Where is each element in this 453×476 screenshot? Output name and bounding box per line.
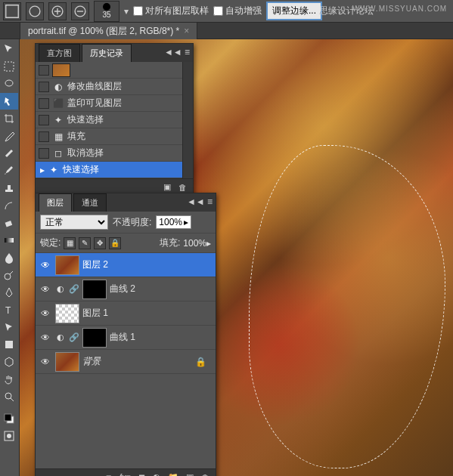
history-item[interactable]: ⬛盖印可见图层 (36, 95, 182, 112)
eyedropper-tool-icon[interactable] (0, 128, 18, 144)
history-scrollbar[interactable] (182, 62, 193, 178)
stamp-tool-icon[interactable] (0, 180, 18, 196)
layer-mask-thumb[interactable] (82, 328, 107, 348)
quick-select-add-icon[interactable] (48, 2, 67, 20)
fill-input[interactable]: 100%▸ (183, 238, 211, 249)
layer-row[interactable]: 👁 ◐ 🔗 曲线 1 (36, 326, 216, 350)
lasso-tool-icon[interactable] (0, 76, 18, 92)
new-snapshot-icon[interactable]: ▣ (163, 182, 171, 192)
layer-name: 图层 1 (82, 307, 108, 320)
blend-mode-select[interactable]: 正常 (40, 215, 108, 230)
gradient-tool-icon[interactable] (0, 232, 18, 249)
fill-label: 填充: (160, 236, 180, 249)
lock-pixels-icon[interactable]: ✎ (79, 237, 91, 249)
history-item-selected[interactable]: ▸✦快速选择 (36, 162, 182, 178)
type-tool-icon[interactable]: T (0, 301, 18, 318)
svg-rect-5 (5, 190, 13, 192)
brush-tool-icon[interactable] (0, 162, 18, 179)
layer-row[interactable]: 👁 背景 🔒 (36, 350, 216, 374)
svg-point-16 (7, 434, 11, 438)
close-icon[interactable]: × (184, 26, 189, 36)
mask-icon[interactable]: ◼ (138, 472, 145, 476)
move-tool-icon[interactable] (0, 41, 18, 57)
pen-tool-icon[interactable] (0, 284, 18, 301)
layers-options-row: 正常 不透明度: 100%▸ (36, 212, 216, 233)
fx-icon[interactable]: fx▾ (119, 472, 131, 476)
adjustment-layer-icon[interactable]: ◐ (153, 472, 160, 476)
delete-icon[interactable]: 🗑 (178, 183, 187, 192)
auto-enhance-checkbox[interactable]: 自动增强 (213, 5, 262, 17)
new-layer-icon[interactable]: ▣ (186, 472, 194, 476)
history-item[interactable]: ◻取消选择 (36, 145, 182, 162)
visibility-icon[interactable]: 👁 (39, 258, 52, 272)
history-panel-tabs: 直方图 历史记录 ◄◄ ≡ (36, 44, 193, 62)
layer-row-selected[interactable]: 👁 图层 2 (36, 253, 216, 277)
healing-brush-tool-icon[interactable] (0, 145, 18, 162)
dodge-tool-icon[interactable] (0, 267, 18, 283)
layers-lock-row: 锁定: ▦ ✎ ✥ 🔒 填充: 100%▸ (36, 233, 216, 253)
path-select-tool-icon[interactable] (0, 319, 18, 335)
zoom-tool-icon[interactable] (0, 388, 18, 405)
refine-edge-button[interactable]: 调整边缘... (266, 2, 322, 20)
tab-channels[interactable]: 通道 (73, 193, 107, 212)
visibility-icon[interactable]: 👁 (39, 331, 52, 345)
marquee-tool-icon[interactable] (0, 58, 18, 75)
history-snapshot-row[interactable] (36, 62, 182, 79)
history-list: ◐修改曲线图层 ⬛盖印可见图层 ✦快速选择 ▦填充 ◻取消选择 ▸✦快速选择 (36, 62, 182, 178)
blur-tool-icon[interactable] (0, 249, 18, 266)
lock-position-icon[interactable]: ✥ (94, 237, 106, 249)
delete-layer-icon[interactable]: 🗑 (201, 473, 209, 477)
layer-name: 曲线 2 (110, 283, 135, 295)
panel-menu-icon[interactable]: ◄◄ ≡ (164, 47, 190, 57)
svg-rect-7 (5, 221, 13, 227)
layer-thumb[interactable] (55, 255, 79, 275)
svg-point-9 (5, 274, 11, 280)
snapshot-slot[interactable] (39, 65, 49, 76)
adjustment-icon: ◐ (55, 284, 66, 295)
svg-rect-3 (5, 62, 14, 71)
crop-tool-icon[interactable] (0, 110, 18, 127)
eraser-tool-icon[interactable] (0, 215, 18, 231)
shape-tool-icon[interactable] (0, 336, 18, 353)
visibility-icon[interactable]: 👁 (39, 307, 52, 320)
dropdown-arrow-icon[interactable]: ▾ (124, 6, 129, 17)
svg-rect-11 (5, 341, 13, 348)
lock-all-icon[interactable]: 🔒 (109, 237, 121, 249)
quick-select-new-icon[interactable] (26, 2, 44, 20)
3d-tool-icon[interactable] (0, 354, 18, 370)
sample-all-layers-checkbox[interactable]: 对所有图层取样 (133, 5, 209, 17)
tab-layers[interactable]: 图层 (39, 193, 72, 212)
hand-tool-icon[interactable] (0, 371, 18, 388)
layers-panel: 图层 通道 ◄◄ ≡ 正常 不透明度: 100%▸ 锁定: ▦ ✎ ✥ 🔒 填充… (35, 193, 216, 476)
quick-select-subtract-icon[interactable] (71, 2, 89, 20)
group-icon[interactable]: 📁 (168, 472, 178, 476)
document-title: portrait.tif @ 100% (图层 2, RGB/8*) * (28, 25, 179, 38)
history-brush-tool-icon[interactable] (0, 197, 18, 214)
foreground-bg-colors[interactable] (0, 410, 18, 427)
link-layers-icon[interactable]: ⬭ (105, 472, 112, 476)
visibility-icon[interactable]: 👁 (39, 355, 52, 369)
history-item[interactable]: ✦快速选择 (36, 112, 182, 128)
lock-transparent-icon[interactable]: ▦ (64, 237, 76, 249)
opacity-input[interactable]: 100%▸ (156, 215, 191, 229)
svg-rect-14 (5, 414, 11, 421)
tab-histogram[interactable]: 直方图 (39, 44, 80, 62)
quickmask-icon[interactable] (0, 428, 18, 444)
visibility-icon[interactable]: 👁 (39, 283, 52, 296)
brush-size-label: 35 (102, 11, 110, 19)
adjustment-icon: ◐ (55, 332, 66, 343)
tab-history[interactable]: 历史记录 (82, 44, 132, 62)
history-item[interactable]: ◐修改曲线图层 (36, 79, 182, 95)
layer-row[interactable]: 👁 ◐ 🔗 曲线 2 (36, 277, 216, 301)
layer-mask-thumb[interactable] (82, 280, 107, 299)
brush-preview[interactable]: 35 (94, 1, 119, 22)
quick-select-tool-icon[interactable] (0, 93, 18, 110)
layer-thumb[interactable] (55, 352, 79, 372)
tool-preset-icon[interactable] (3, 2, 21, 20)
layer-row[interactable]: 👁 图层 1 (36, 301, 216, 326)
layer-thumb[interactable] (55, 304, 79, 323)
link-icon: 🔗 (69, 332, 79, 343)
history-item[interactable]: ▦填充 (36, 128, 182, 145)
panel-menu-icon[interactable]: ◄◄ ≡ (187, 196, 213, 207)
document-tab[interactable]: portrait.tif @ 100% (图层 2, RGB/8*) * × (20, 22, 197, 40)
